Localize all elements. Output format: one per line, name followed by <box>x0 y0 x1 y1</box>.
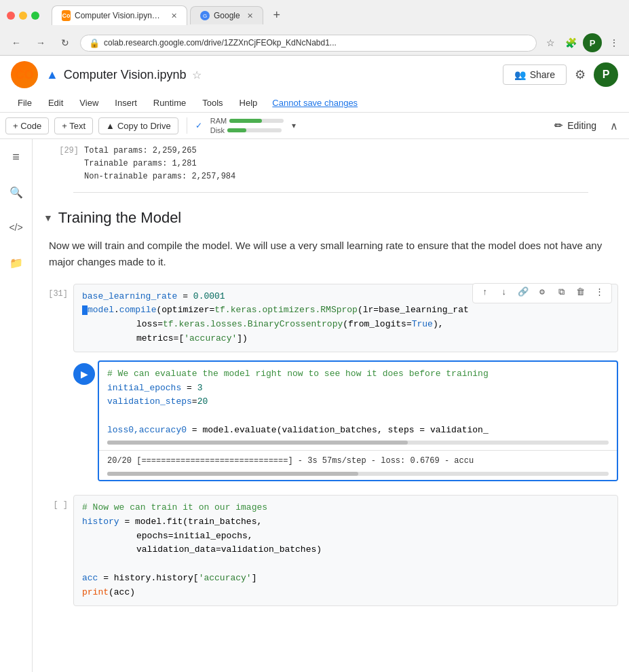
last-line-2: epochs=initial_epochs, <box>82 529 609 544</box>
menu-file[interactable]: File <box>11 95 39 111</box>
address-bar: ← → ↻ 🔒 colab.research.google.com/drive/… <box>0 31 629 55</box>
cell-link-btn[interactable]: 🔗 <box>515 285 531 301</box>
last-line-blank <box>82 557 609 572</box>
cell-run-button[interactable]: ▶ <box>73 363 95 385</box>
sidebar-item-files[interactable]: 📁 <box>4 250 28 275</box>
acc-key: 'accuracy' <box>199 573 252 583</box>
extension-icon[interactable]: 🧩 <box>563 35 579 51</box>
cell-move-up-btn[interactable]: ↑ <box>477 285 493 301</box>
section-divider-1 <box>73 192 588 193</box>
add-code-button[interactable]: + Code <box>5 117 49 134</box>
cell-settings-btn[interactable]: ⚙ <box>534 285 550 301</box>
drive-icon: ▲ <box>46 68 58 82</box>
ram-disk-widget[interactable]: ✓ RAM Disk ▾ <box>195 115 296 136</box>
profile-avatar[interactable]: P <box>594 62 618 87</box>
ram-dropdown-icon[interactable]: ▾ <box>292 121 296 130</box>
active-cell-code[interactable]: # We can evaluate the model right now to… <box>98 360 618 481</box>
acc-var: acc <box>82 573 98 583</box>
last-cell-comment: # Now we can train it on our images <box>82 501 609 515</box>
cell-31-wrapper: [31] base_learning_rate = 0.0001 model.c… <box>33 281 629 355</box>
star-icon[interactable]: ☆ <box>192 69 202 81</box>
sidebar-item-search[interactable]: 🔍 <box>4 180 28 204</box>
output-scrollbar-h[interactable] <box>107 472 609 476</box>
output-text: 20/20 [==============================] -… <box>107 456 474 466</box>
active-cell-wrapper: ▶ # We can evaluate the model right now … <box>33 358 629 484</box>
disk-row: Disk <box>210 126 284 134</box>
more-options-icon[interactable]: ⋮ <box>606 35 622 51</box>
back-button[interactable]: ← <box>7 33 26 52</box>
profile-icon[interactable]: P <box>583 33 602 52</box>
output-scrollbar-thumb[interactable] <box>107 472 358 476</box>
menu-insert[interactable]: Insert <box>108 95 144 111</box>
google-tab-close[interactable]: ✕ <box>247 12 253 20</box>
menu-runtime[interactable]: Runtime <box>147 95 193 111</box>
initial-epochs-val: 3 <box>197 383 203 393</box>
menu-view[interactable]: View <box>73 95 105 111</box>
maximize-traffic-light[interactable] <box>31 12 39 20</box>
val-steps-var: validation_steps <box>107 396 192 407</box>
code-scrollbar-thumb[interactable] <box>107 441 408 445</box>
cell-31-line3: loss=tf.keras.losses.BinaryCrossentropy(… <box>82 318 609 332</box>
compile-fn: compile <box>119 305 157 315</box>
code-scrollbar-h[interactable] <box>107 441 609 445</box>
copy-to-drive-button[interactable]: ▲ Copy to Drive <box>98 117 178 134</box>
cell-31-code[interactable]: base_learning_rate = 0.0001 model.compil… <box>73 284 618 352</box>
menu-help[interactable]: Help <box>233 95 265 111</box>
output-line3: Non-trainable params: 2,257,984 <box>84 172 235 181</box>
active-line-1: initial_epochs = 3 <box>107 381 609 396</box>
collapse-sections-btn[interactable]: ∧ <box>605 117 624 135</box>
menu-tools[interactable]: Tools <box>195 95 229 111</box>
cannot-save-link[interactable]: Cannot save changes <box>272 98 358 108</box>
cell-move-down-btn[interactable]: ↓ <box>496 285 512 301</box>
active-tab[interactable]: Co Computer Vision.ipynb - Colab ✕ <box>52 5 187 25</box>
secure-icon: 🔒 <box>89 38 100 48</box>
tab-close-btn[interactable]: ✕ <box>171 12 177 20</box>
active-cell-output: 20/20 [==============================] -… <box>99 450 617 480</box>
cell-more-btn[interactable]: ⋮ <box>591 285 607 301</box>
minimize-traffic-light[interactable] <box>19 12 27 20</box>
last-cell-code[interactable]: # Now we can train it on our images hist… <box>73 495 618 606</box>
loss0-var: loss0,accuracy0 <box>107 425 187 435</box>
cell-31-line4: metrics=['accuracy']) <box>82 332 609 346</box>
close-traffic-light[interactable] <box>7 12 15 20</box>
add-text-button[interactable]: + Text <box>54 117 93 134</box>
ram-label: RAM <box>210 117 227 125</box>
share-people-icon: 👥 <box>514 69 526 80</box>
active-line-3: loss0,accuracy0 = model.evaluate(validat… <box>107 424 609 438</box>
metrics-val: 'accuracy' <box>184 333 237 343</box>
url-bar[interactable]: 🔒 colab.research.google.com/drive/1ZZXnC… <box>80 35 537 52</box>
new-tab-button[interactable]: + <box>269 7 285 24</box>
colab-menu-bar: File Edit View Insert Runtime Tools Help… <box>0 94 629 112</box>
editing-widget[interactable]: ✏ Editing <box>549 117 602 134</box>
cell-output-params: [29] Total params: 2,259,265 Trainable p… <box>33 139 629 187</box>
settings-button[interactable]: ⚙ <box>575 67 586 82</box>
active-cell-comment: # We can evaluate the model right now to… <box>107 367 609 381</box>
colab-header: CO ▲ Computer Vision.ipynb ☆ 👥 Share ⚙ P… <box>0 56 629 113</box>
colab-logo: CO <box>11 61 38 88</box>
last-cell-wrapper: [ ] # Now we can train it on our images … <box>33 484 629 609</box>
disk-label: Disk <box>210 126 225 134</box>
loss-fn: tf.keras.losses.BinaryCrossentropy <box>163 319 343 329</box>
menu-edit[interactable]: Edit <box>41 95 70 111</box>
bookmark-icon[interactable]: ☆ <box>542 35 558 51</box>
cell-copy-btn[interactable]: ⧉ <box>553 285 569 301</box>
active-line-2: validation_steps=20 <box>107 395 609 409</box>
sidebar-item-code[interactable]: </> <box>4 215 28 240</box>
active-cell-number <box>33 360 73 366</box>
cell-output-row: [29] Total params: 2,259,265 Trainable p… <box>43 145 618 184</box>
google-favicon: G <box>200 11 210 20</box>
reload-button[interactable]: ↻ <box>56 33 75 52</box>
sidebar-item-toc[interactable]: ≡ <box>4 145 28 169</box>
share-button[interactable]: 👥 Share <box>503 64 567 85</box>
output-line1: Total params: 2,259,265 <box>84 146 197 155</box>
notebook-title[interactable]: Computer Vision.ipynb <box>64 68 187 82</box>
main-layout: ≡ 🔍 </> 📁 [29] Total params: 2,259,265 T… <box>0 139 629 672</box>
active-line-blank <box>107 409 609 424</box>
initial-epochs-var: initial_epochs <box>107 383 181 393</box>
section-collapse-arrow[interactable]: ▼ <box>43 212 53 223</box>
forward-button[interactable]: → <box>31 33 50 52</box>
ram-bar-fill <box>229 119 262 123</box>
cell-delete-btn[interactable]: 🗑 <box>572 285 588 301</box>
google-tab[interactable]: G Google ✕ <box>190 6 263 24</box>
last-line-3: validation_data=validation_batches) <box>82 543 609 557</box>
